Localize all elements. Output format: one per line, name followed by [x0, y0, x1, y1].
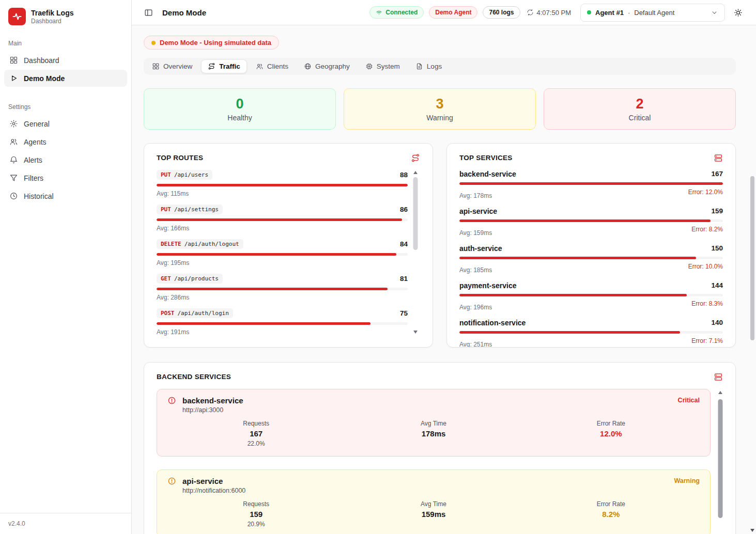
- demo-mode-banner: Demo Mode - Using simulated data: [144, 36, 279, 50]
- tab-traffic[interactable]: Traffic: [201, 59, 247, 73]
- theme-toggle-button[interactable]: [730, 5, 746, 20]
- scroll-down-arrow[interactable]: [750, 529, 754, 532]
- route-item: POST/api/auth/login 75 Avg: 191ms: [157, 308, 408, 336]
- requests-stat: Requests 167 22.0%: [167, 420, 345, 447]
- pulse-icon: [12, 11, 22, 22]
- route-icon: [208, 62, 215, 70]
- sidebar-item-historical[interactable]: Historical: [4, 187, 127, 205]
- route-method-badge: DELETE/api/auth/logout: [157, 239, 243, 249]
- healthy-label: Healthy: [151, 114, 328, 122]
- tab-label: Traffic: [219, 62, 240, 70]
- sidebar-item-demo-mode[interactable]: Demo Mode: [4, 70, 127, 87]
- banner-dot: [151, 41, 156, 45]
- tab-geography[interactable]: Geography: [297, 59, 357, 73]
- file-icon: [415, 62, 423, 70]
- agent-separator: ·: [628, 9, 630, 17]
- history-icon: [9, 192, 18, 200]
- status-summary: 0 Healthy 3 Warning 2 Critical: [144, 88, 736, 130]
- backend-scrollbar[interactable]: [717, 391, 723, 534]
- service-bar: [459, 331, 723, 334]
- sidebar-item-dashboard[interactable]: Dashboard: [4, 52, 127, 69]
- stat-label: Avg Time: [345, 420, 522, 427]
- sun-icon: [734, 8, 743, 17]
- page-title: Demo Mode: [162, 8, 206, 17]
- users-icon: [9, 137, 18, 146]
- page-scrollbar[interactable]: [749, 25, 756, 534]
- route-item: PUT/api/users 88 Avg: 115ms: [157, 170, 408, 197]
- tab-label: Logs: [427, 62, 442, 70]
- avg-time-value: 159ms: [345, 510, 522, 519]
- backend-service-url: http://notification:6000: [182, 487, 700, 494]
- route-path: /api/settings: [174, 206, 219, 213]
- backend-services-title: BACKEND SERVICES: [157, 373, 231, 381]
- scroll-thumb[interactable]: [718, 399, 722, 518]
- cpu-icon: [365, 62, 373, 70]
- scroll-up-arrow[interactable]: [413, 171, 418, 174]
- top-services-panel: TOP SERVICES backend-service167 Avg: 178…: [446, 143, 736, 348]
- tab-clients[interactable]: Clients: [249, 59, 295, 73]
- service-bar: [459, 182, 723, 185]
- refresh-icon[interactable]: [527, 9, 534, 16]
- scroll-thumb[interactable]: [413, 177, 418, 250]
- users-icon: [256, 62, 264, 70]
- tab-label: Geography: [315, 62, 350, 70]
- service-bar: [459, 257, 723, 259]
- scroll-down-arrow[interactable]: [413, 331, 418, 334]
- warning-label: Warning: [351, 114, 528, 122]
- healthy-count: 0: [151, 97, 328, 112]
- tab-overview[interactable]: Overview: [145, 59, 199, 73]
- route-item: PUT/api/settings 86 Avg: 166ms: [157, 205, 408, 232]
- stat-label: Avg Time: [345, 500, 522, 508]
- service-item: payment-service144 Avg: 196msError: 8.3%: [459, 281, 723, 311]
- scroll-thumb[interactable]: [750, 176, 754, 340]
- sidebar-item-label: Agents: [24, 138, 47, 146]
- sidebar-item-label: General: [24, 120, 50, 128]
- avg-time-stat: Avg Time 178ms: [345, 420, 522, 447]
- sidebar-item-label: Historical: [24, 192, 54, 200]
- main-content: Demo Mode - Using simulated data Overvie…: [132, 25, 756, 534]
- refresh-time: 4:07:50 PM: [527, 9, 572, 17]
- app-subtitle: Dashboard: [31, 18, 73, 25]
- sidebar-item-filters[interactable]: Filters: [4, 169, 127, 186]
- requests-percent: 20.9%: [167, 521, 345, 528]
- service-avg: Avg: 185ms: [459, 266, 492, 274]
- backend-service-card: api-service Warning http://notification:…: [157, 469, 711, 534]
- service-item: api-service159 Avg: 159msError: 8.2%: [459, 207, 723, 237]
- sidebar-item-general[interactable]: General: [4, 115, 127, 132]
- wifi-icon: [376, 9, 382, 16]
- scroll-up-arrow[interactable]: [718, 391, 722, 394]
- routes-scrollbar[interactable]: [412, 171, 418, 334]
- route-method: POST: [161, 310, 175, 317]
- topbar: Demo Mode Connected Demo Agent 760 logs …: [132, 0, 756, 25]
- tab-bar: Overview Traffic Clients Geography Syste…: [144, 58, 736, 75]
- sidebar: Traefik Logs Dashboard Main Dashboard De…: [0, 0, 132, 534]
- alert-circle-icon: [167, 477, 176, 485]
- service-name: backend-service: [459, 170, 516, 178]
- route-method-badge: POST/api/auth/login: [157, 308, 233, 318]
- sidebar-toggle-button[interactable]: [141, 5, 156, 20]
- sidebar-item-agents[interactable]: Agents: [4, 133, 127, 150]
- tab-system[interactable]: System: [359, 59, 407, 73]
- sidebar-item-alerts[interactable]: Alerts: [4, 151, 127, 168]
- backend-services-panel: BACKEND SERVICES backend-service Critica…: [144, 362, 736, 534]
- sidebar-item-label: Demo Mode: [24, 74, 65, 83]
- route-method: GET: [161, 275, 171, 282]
- backend-service-url: http://api:3000: [182, 406, 700, 414]
- service-avg: Avg: 178ms: [459, 192, 492, 199]
- sidebar-item-label: Alerts: [24, 156, 42, 164]
- agent-selector[interactable]: Agent #1 · Default Agent: [580, 4, 725, 22]
- backend-service-status: Critical: [678, 397, 700, 404]
- service-error: Error: 7.1%: [691, 337, 723, 348]
- connected-label: Connected: [385, 9, 418, 16]
- top-routes-panel: TOP ROUTES PUT/api/users 88 Avg: 115ms: [144, 143, 433, 348]
- alert-circle-icon: [167, 396, 176, 405]
- demo-agent-badge: Demo Agent: [429, 6, 477, 19]
- tab-logs[interactable]: Logs: [409, 59, 449, 73]
- service-count: 167: [711, 170, 723, 178]
- warning-stat-card: 3 Warning: [344, 88, 536, 130]
- route-item: GET/api/products 81 Avg: 286ms: [157, 274, 408, 301]
- app-title: Traefik Logs: [31, 9, 73, 17]
- service-count: 159: [711, 207, 723, 215]
- route-item: DELETE/api/auth/logout 84 Avg: 195ms: [157, 239, 408, 266]
- service-error: Error: 10.0%: [688, 263, 723, 274]
